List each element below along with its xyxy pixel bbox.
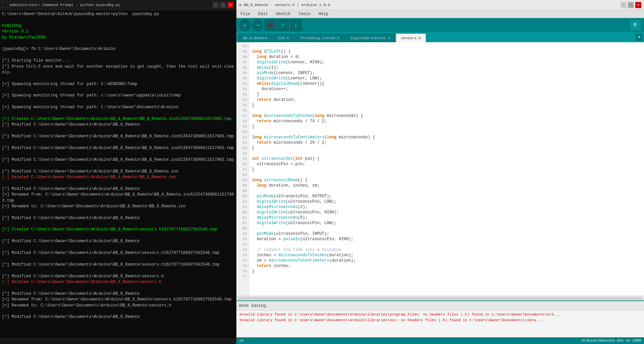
line-number: 54 xyxy=(236,151,249,156)
line-number: 52 xyxy=(236,140,249,145)
status-bottom: 14 Arduino/Genuino Uno on COM5 xyxy=(236,337,644,344)
menu-tools[interactable]: Tools xyxy=(297,12,312,16)
code-line: return duration; xyxy=(252,97,641,102)
line-numbers: 3435363738394041424344454647484950515253… xyxy=(236,42,249,296)
menu-help[interactable]: Help xyxy=(317,12,330,16)
code-line: delay(1); xyxy=(252,65,641,70)
cmd-line: [+] Spawning monitoring thread for path:… xyxy=(2,81,234,87)
code-line: inches = microsecondsToInches(duration); xyxy=(252,253,641,258)
tab-bb8remote[interactable]: BB_8_Remote xyxy=(238,33,272,42)
cmd-line xyxy=(2,17,234,23)
code-line: return inches; xyxy=(252,263,641,269)
line-number: 43 xyxy=(236,92,249,97)
line-number: 40 xyxy=(236,76,249,81)
code-line: cm = microsecondsToCentimeters(duration)… xyxy=(252,258,641,263)
status-board: Arduino/Genuino Uno on COM5 xyxy=(582,339,641,343)
line-number: 34 xyxy=(236,44,249,49)
code-line: digitalWrite(Lsensor, LOW); xyxy=(252,76,641,81)
code-line: } xyxy=(252,167,641,172)
code-line xyxy=(252,129,641,135)
code-line xyxy=(252,151,641,156)
cmd-line xyxy=(2,111,234,116)
cmd-line xyxy=(2,140,234,145)
arduino-panel: ⚙ BB_8_Remote - sensors.h | Arduino 1.8.… xyxy=(236,0,644,344)
cmd-line: [+] Spawning monitoring thread for path:… xyxy=(2,105,234,110)
cmd-minimize-button[interactable]: ─ xyxy=(213,2,219,8)
line-number: 47 xyxy=(236,113,249,119)
cmd-line: [-] Deleted C:\Users\Owner\Documents\Ard… xyxy=(2,175,234,180)
status-done: Done Saving. xyxy=(236,301,644,311)
cmd-maximize-button[interactable]: □ xyxy=(220,2,226,8)
code-line: pinMode(ultrasonicPin, OUTPUT); xyxy=(252,194,641,199)
menu-file[interactable]: File xyxy=(239,12,252,16)
open-button[interactable]: ↓ xyxy=(290,19,302,31)
line-number: 59 xyxy=(236,178,249,183)
debug-button[interactable]: ⬛ xyxy=(265,19,276,31)
upload-button[interactable]: → xyxy=(252,19,263,31)
cmd-close-button[interactable]: ✕ xyxy=(227,2,233,8)
arduino-minimize-button[interactable]: ─ xyxy=(621,2,627,8)
code-line: long duration, inches, cm; xyxy=(252,183,641,188)
code-line xyxy=(252,172,641,178)
cmd-icon: C xyxy=(3,3,7,7)
tab-digitalwrite[interactable]: digitalWriteFast.h xyxy=(345,33,395,42)
line-number: 56 xyxy=(236,161,249,167)
arduino-close-button[interactable]: ✕ xyxy=(635,2,641,8)
cmd-line xyxy=(2,209,234,215)
line-number: 49 xyxy=(236,124,249,129)
cmd-line: [>] Renamed from: C:\Users\Owner\Documen… xyxy=(2,192,234,204)
cmd-line xyxy=(2,87,234,93)
new-button[interactable]: ↑ xyxy=(277,19,289,31)
cmd-line: [*] Modified C:\Users\Owner\Documents\Ar… xyxy=(2,262,234,268)
tab-sensors[interactable]: sensors.h xyxy=(396,33,426,42)
cmd-line xyxy=(2,41,234,46)
line-number: 76 xyxy=(236,269,249,274)
code-area[interactable]: long QTILeft() { long duration = 0; digi… xyxy=(249,42,644,296)
line-number: 64 xyxy=(236,204,249,210)
code-line: long microsecondsToCentimeters(long micr… xyxy=(252,135,641,140)
code-line: delayMicroseconds(5); xyxy=(252,215,641,220)
line-number: 36 xyxy=(236,54,249,60)
cmd-line xyxy=(2,99,234,105)
tab-more-button[interactable]: ▼ xyxy=(636,34,643,41)
line-number: 48 xyxy=(236,119,249,124)
code-line: long QTILeft() { xyxy=(252,49,641,54)
verify-button[interactable]: ✓ xyxy=(239,19,251,31)
cmd-line: [*] Modified C:\Users\Owner\Documents\Ar… xyxy=(2,215,234,221)
tab-dvs[interactable]: DVS.h xyxy=(273,33,294,42)
code-line xyxy=(252,242,641,247)
line-number: 61 xyxy=(236,188,249,194)
line-number: 39 xyxy=(236,70,249,76)
cmd-win-controls: ─ □ ✕ xyxy=(213,2,233,8)
cmd-panel: C Administrator: Command Prompt - python… xyxy=(0,0,236,344)
cmd-line: [>] Renamed from: C:\Users\Owner\Documen… xyxy=(2,297,234,302)
menu-sketch[interactable]: Sketch xyxy=(275,12,292,16)
code-line: long microsecondsToInches(long microseco… xyxy=(252,113,641,119)
code-line: // convert the time into a distance xyxy=(252,247,641,253)
tab-threading[interactable]: Threading_Custom.h xyxy=(295,33,345,42)
cmd-line: [+] Created C:\Users\Owner\Documents\Ard… xyxy=(2,227,234,232)
horizontal-scrollbar[interactable] xyxy=(236,296,644,300)
cmd-line: [*] Modified C:\Users\Owner\Documents\Ar… xyxy=(2,274,234,279)
cmd-line xyxy=(2,221,234,227)
cmd-line: by Starwarsfan2099 xyxy=(2,35,234,41)
line-number: 41 xyxy=(236,81,249,86)
code-line: while(digitalRead(Lsensor)){ xyxy=(252,81,641,86)
cmd-line xyxy=(2,128,234,134)
arduino-menubar: File Edit Sketch Tools Help xyxy=(236,10,644,18)
code-line xyxy=(252,226,641,231)
cmd-line: [*] Modified C:\Users\Owner\Documents\Ar… xyxy=(2,186,234,192)
line-number: 63 xyxy=(236,199,249,204)
code-line xyxy=(252,274,641,279)
cmd-line: [*] Modified C:\Users\Owner\Documents\Ar… xyxy=(2,314,234,320)
arduino-maximize-button[interactable]: □ xyxy=(628,2,634,8)
code-line: pinMode(Lsensor, INPUT); xyxy=(252,70,641,76)
cmd-scrollbar[interactable] xyxy=(0,339,236,344)
line-number: 72 xyxy=(236,247,249,253)
menu-edit[interactable]: Edit xyxy=(257,12,269,16)
serial-monitor-button[interactable]: 🔍 xyxy=(630,19,641,31)
arduino-editor: 3435363738394041424344454647484950515253… xyxy=(236,42,644,296)
line-number: 58 xyxy=(236,172,249,178)
line-number: 46 xyxy=(236,108,249,113)
cmd-line: [*] Modified C:\Users\Owner\Documents\Ar… xyxy=(2,134,234,139)
